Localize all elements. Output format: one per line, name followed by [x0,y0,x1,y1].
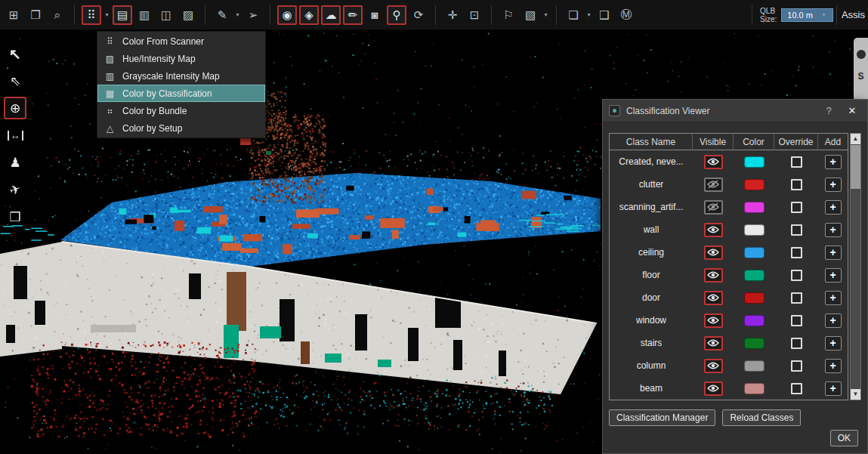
select-arrow-icon: ↖ [9,45,21,63]
cube-solid-button[interactable]: ❏ [564,5,583,25]
visibility-toggle-button[interactable] [704,336,723,351]
setup-flag-button[interactable]: ⚐ [499,5,518,25]
menu-item-color-by-setup[interactable]: △Color by Setup [97,119,265,137]
move-axes-button[interactable]: ✛ [443,5,462,25]
add-class-button[interactable]: + [825,223,842,237]
color-swatch[interactable] [744,292,765,304]
scroll-down-icon[interactable]: ▼ [851,389,860,400]
duplicate-window-button[interactable]: ❐ [26,5,45,25]
menu-item-color-from-scanner[interactable]: ⠿Color From Scanner [97,32,265,50]
location-pin-button[interactable]: ⚲ [387,5,406,25]
cube-wireframe-icon: ❑ [599,8,609,22]
cube-mesh-button[interactable]: Ⓜ [616,5,636,25]
grayscale-view-button[interactable]: ▥ [134,5,154,25]
visibility-toggle-button[interactable] [704,246,723,260]
visibility-toggle-button[interactable] [704,291,723,305]
brush-button[interactable]: ✎ [212,5,232,25]
visibility-toggle-button[interactable] [704,381,723,396]
marker-pen-button[interactable]: ✏ [343,5,363,25]
qlb-size-dropdown[interactable]: 10.0 m ▾ [781,8,833,22]
visibility-toggle-button[interactable] [704,359,723,373]
zoom-button[interactable]: ⌕ [48,5,67,25]
color-swatch[interactable] [744,383,765,394]
scroll-up-icon[interactable]: ▲ [851,134,860,144]
pan-button[interactable]: ↔ [4,124,26,147]
clipping-box-button[interactable]: ❒ [4,205,26,228]
add-class-button[interactable]: + [825,200,842,215]
classification-manager-button[interactable]: Classification Manager [609,409,715,426]
visibility-toggle-button[interactable] [704,268,723,283]
select-elements-button[interactable]: ⇖ [4,69,26,92]
color-swatch[interactable] [744,156,765,168]
add-class-button[interactable]: + [825,155,842,169]
fly-button[interactable]: ✈ [4,178,26,201]
override-checkbox[interactable] [791,292,802,304]
color-swatch[interactable] [744,315,765,326]
color-by-classification-button[interactable]: ▤ [113,5,132,25]
select-arrow-button[interactable]: ↖ [4,42,26,65]
assist-icon [857,50,866,59]
color-mode-button[interactable]: ⠿ [82,5,101,25]
override-checkbox[interactable] [791,179,802,190]
add-class-button[interactable]: + [825,381,842,396]
add-class-button[interactable]: + [825,246,842,260]
add-class-button[interactable]: + [825,336,842,351]
override-checkbox[interactable] [791,270,802,281]
add-class-button[interactable]: + [825,178,842,192]
cube-wireframe-button[interactable]: ❑ [595,5,614,25]
visibility-toggle-button[interactable] [704,313,723,328]
color-swatch[interactable] [744,270,765,281]
visibility-toggle-button[interactable] [704,155,723,169]
color-swatch[interactable] [744,247,765,258]
camera-button[interactable]: ◙ [365,5,385,25]
walkthrough-button[interactable]: ♟ [4,151,26,174]
menu-item-color-by-classification[interactable]: ▦Color by Classification [97,85,265,102]
ok-button[interactable]: OK [830,430,858,446]
color-swatch[interactable] [744,202,765,213]
override-checkbox[interactable] [791,338,802,349]
chevron-down-icon[interactable]: ▾ [234,11,241,18]
color-swatch[interactable] [744,338,765,349]
chevron-down-icon[interactable]: ▾ [585,11,592,18]
color-swatch[interactable] [744,179,765,190]
override-checkbox[interactable] [791,383,802,394]
scan-target-button[interactable]: ◉ [277,5,297,25]
assist-panel-tab[interactable]: Assis [842,9,865,20]
menu-item-color-by-bundle[interactable]: ⠶Color by Bundle [97,102,265,119]
image-view-button[interactable]: ▨ [178,5,198,25]
add-class-button[interactable]: + [825,313,842,328]
override-checkbox[interactable] [791,202,802,213]
menu-item-grayscale-intensity-map[interactable]: ▥Grayscale Intensity Map [97,67,265,85]
scrollbar-thumb[interactable] [851,145,860,189]
add-class-button[interactable]: + [825,291,842,305]
selection-mode-button[interactable]: ▧ [520,5,540,25]
visibility-toggle-button[interactable] [704,223,723,237]
panorama-view-button[interactable]: ◫ [156,5,176,25]
orbit-button[interactable]: ⊕ [4,97,26,119]
chevron-down-icon[interactable]: ▾ [542,11,549,18]
distribute-box-button[interactable]: ⊡ [465,5,484,25]
help-button[interactable]: ? [820,105,837,116]
color-swatch[interactable] [744,360,765,372]
assist-side-panel[interactable]: S [854,38,868,104]
menu-item-hue-intensity-map[interactable]: ▨Hue/Intensity Map [97,50,265,67]
pick-cursor-button[interactable]: ➢ [243,5,263,25]
color-swatch[interactable] [744,224,765,236]
visibility-toggle-button[interactable] [704,178,723,192]
add-class-button[interactable]: + [825,268,842,283]
chevron-down-icon[interactable]: ▾ [103,11,110,18]
override-checkbox[interactable] [791,156,802,168]
add-class-button[interactable]: + [825,359,842,373]
new-window-button[interactable]: ⊞ [4,5,23,25]
override-checkbox[interactable] [791,224,802,236]
point-cloud-button[interactable]: ☁ [321,5,341,25]
visibility-toggle-button[interactable] [704,200,723,215]
reload-classes-button[interactable]: Reload Classes [722,409,801,426]
override-checkbox[interactable] [791,247,802,258]
override-checkbox[interactable] [791,360,802,372]
override-checkbox[interactable] [791,315,802,326]
close-button[interactable]: ✕ [843,105,861,116]
tag-button[interactable]: ◈ [299,5,319,25]
vertical-scrollbar[interactable]: ▲ ▼ [850,133,861,400]
registration-button[interactable]: ⟳ [409,5,428,25]
